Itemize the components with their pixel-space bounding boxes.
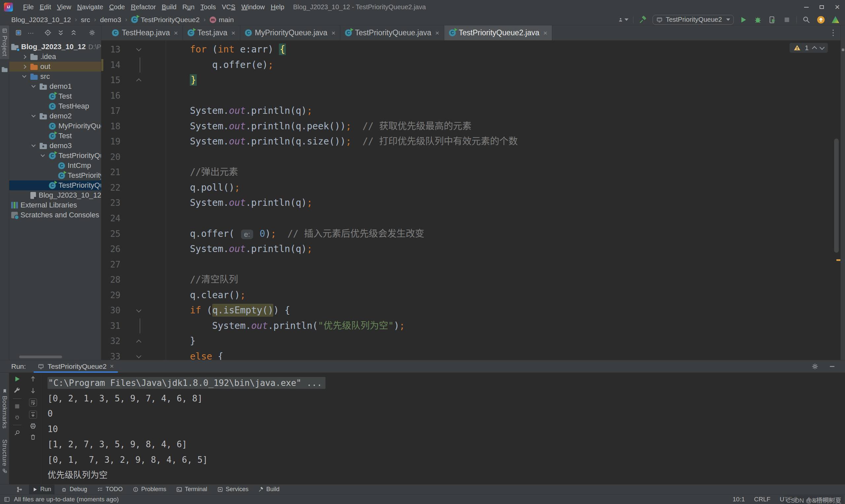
tool-window-button-problems[interactable]: Problems bbox=[129, 485, 170, 494]
code-line-16[interactable]: 16 bbox=[101, 88, 840, 104]
caret-position[interactable]: 10:1 bbox=[733, 496, 745, 503]
fold-marker-icon[interactable] bbox=[136, 353, 142, 359]
console-line[interactable]: "C:\Program Files\Java\jdk1.8.0_192\bin\… bbox=[48, 375, 845, 391]
tabs-overflow-icon[interactable]: ⋮ bbox=[829, 28, 837, 37]
tree-item-testpriorityqueue-ja[interactable]: CTestPriorityQueue.ja bbox=[9, 151, 101, 161]
stop-button[interactable] bbox=[782, 15, 792, 25]
code-with-me-icon[interactable] bbox=[830, 15, 840, 25]
code-line-30[interactable]: 30 if (q.isEmpty()) { bbox=[101, 303, 840, 318]
right-strip-icon[interactable] bbox=[842, 49, 844, 51]
code-line-29[interactable]: 29 q.clear(); bbox=[101, 288, 840, 303]
error-stripe-mark[interactable] bbox=[837, 259, 840, 261]
tree-item-test[interactable]: CTest bbox=[9, 91, 101, 101]
settings-gear-icon[interactable] bbox=[88, 29, 96, 36]
tree-chevron-icon[interactable] bbox=[30, 86, 37, 87]
soft-wrap-toggle[interactable] bbox=[29, 398, 37, 407]
console-line[interactable]: [0, 2, 1, 3, 5, 9, 7, 4, 6, 8] bbox=[48, 391, 845, 407]
tree-item-blog-j2023-10-12[interactable]: Blog_J2023_10_12D:\Projec bbox=[9, 42, 101, 52]
run-button[interactable] bbox=[738, 15, 748, 25]
menu-item-build[interactable]: Build bbox=[159, 0, 179, 14]
run-console-tab[interactable]: TestPriorityQueue2 × bbox=[34, 360, 118, 373]
code-editor[interactable]: 13 for (int e:arr) {14 q.offer(e);15 }16… bbox=[101, 40, 840, 360]
code-line-15[interactable]: 15 } bbox=[101, 73, 840, 88]
breadcrumb-item[interactable]: Blog_J2023_10_12 bbox=[11, 16, 71, 24]
menu-item-run[interactable]: Run bbox=[179, 0, 198, 14]
code-line-17[interactable]: 17 System.out.println(q); bbox=[101, 103, 840, 119]
console-line[interactable]: 优先级队列为空 bbox=[48, 467, 845, 483]
console-line[interactable]: [1, 2, 7, 3, 5, 9, 8, 4, 6] bbox=[48, 437, 845, 452]
code-line-33[interactable]: 33 else { bbox=[101, 349, 840, 360]
breadcrumb-item[interactable]: CTestPriorityQueue2 bbox=[131, 16, 200, 24]
tree-chevron-icon[interactable] bbox=[30, 145, 37, 146]
editor-tab-testheap-java[interactable]: CTestHeap.java× bbox=[107, 25, 183, 40]
tool-window-button-services[interactable]: Services bbox=[214, 485, 252, 494]
close-button[interactable]: × bbox=[829, 0, 845, 14]
tool-window-button-version-control[interactable]: Version Control bbox=[13, 485, 26, 494]
next-problem-icon[interactable] bbox=[820, 45, 825, 50]
project-view-selector[interactable] bbox=[15, 29, 22, 36]
close-icon[interactable]: × bbox=[543, 29, 547, 37]
tree-item--idea[interactable]: .idea bbox=[9, 52, 101, 62]
run-with-coverage-button[interactable] bbox=[768, 15, 777, 25]
tree-item-scratches-and-consoles[interactable]: Scratches and Consoles bbox=[9, 210, 101, 220]
breadcrumb-item[interactable]: mmain bbox=[210, 16, 234, 24]
settings-gear-icon[interactable] bbox=[811, 363, 818, 370]
tool-window-button-run[interactable]: Run bbox=[29, 485, 54, 494]
tree-chevron-icon[interactable] bbox=[20, 65, 28, 68]
code-line-25[interactable]: 25 q.offer( e: 0); // 插入元素后优先级会发生改变 bbox=[101, 226, 840, 242]
menu-item-view[interactable]: View bbox=[54, 0, 74, 14]
tree-item-out[interactable]: out bbox=[9, 62, 101, 72]
inspections-widget[interactable]: 1 bbox=[790, 43, 828, 53]
console-line[interactable]: 0 bbox=[48, 406, 845, 421]
menu-item-vcs[interactable]: VCS bbox=[219, 0, 238, 14]
minimize-button[interactable] bbox=[798, 0, 814, 14]
menu-item-help[interactable]: Help bbox=[268, 0, 287, 14]
tool-button-folder[interactable] bbox=[0, 64, 9, 75]
previous-problem-icon[interactable] bbox=[812, 46, 817, 52]
tool-button-project[interactable]: Project bbox=[0, 25, 9, 59]
tool-window-button-todo[interactable]: TODO bbox=[94, 485, 126, 494]
code-line-20[interactable]: 20 bbox=[101, 149, 840, 165]
up-stack-trace-icon[interactable] bbox=[29, 375, 37, 383]
console-line[interactable]: 10 bbox=[48, 421, 845, 437]
locate-file-button[interactable] bbox=[44, 29, 52, 36]
close-icon[interactable]: × bbox=[231, 29, 235, 37]
console-line[interactable]: [0, 1, 7, 3, 2, 9, 8, 4, 6, 5] bbox=[48, 452, 845, 468]
fold-marker-icon[interactable] bbox=[136, 339, 142, 345]
menu-item-edit[interactable]: Edit bbox=[37, 0, 54, 14]
restore-layout-icon[interactable] bbox=[14, 414, 20, 420]
edit-configuration-icon[interactable] bbox=[14, 387, 21, 394]
code-line-28[interactable]: 28 //清空队列 bbox=[101, 272, 840, 288]
code-line-14[interactable]: 14 q.offer(e); bbox=[101, 57, 840, 73]
tree-chevron-icon[interactable] bbox=[20, 76, 28, 77]
tree-item-demo3[interactable]: demo3 bbox=[9, 141, 101, 151]
tree-item-test[interactable]: CTest bbox=[9, 131, 101, 141]
maximize-button[interactable] bbox=[814, 0, 829, 14]
collapse-all-button[interactable] bbox=[70, 29, 77, 36]
fold-marker-icon[interactable] bbox=[136, 307, 142, 312]
toolwindow-toggle-icon[interactable] bbox=[4, 497, 10, 502]
menu-item-tools[interactable]: Tools bbox=[197, 0, 219, 14]
code-line-32[interactable]: 32 } bbox=[101, 334, 840, 349]
tool-button-bookmarks[interactable]: Bookmarks bbox=[0, 386, 9, 431]
down-stack-trace-icon[interactable] bbox=[29, 387, 37, 394]
build-project-button[interactable] bbox=[638, 15, 648, 25]
pin-tab-icon[interactable] bbox=[14, 430, 20, 436]
code-line-22[interactable]: 22 q.poll(); bbox=[101, 180, 840, 196]
close-icon[interactable]: × bbox=[435, 29, 439, 37]
tree-chevron-icon[interactable] bbox=[30, 115, 37, 117]
code-line-26[interactable]: 26 System.out.println(q); bbox=[101, 241, 840, 257]
update-button[interactable] bbox=[816, 15, 826, 25]
editor-tab-testpriorityqueue2-java[interactable]: CTestPriorityQueue2.java× bbox=[444, 25, 552, 40]
menu-item-file[interactable]: File bbox=[20, 0, 37, 14]
tool-button-structure[interactable]: Structure bbox=[0, 437, 9, 476]
horizontal-scrollbar[interactable] bbox=[19, 356, 62, 358]
rerun-button[interactable] bbox=[14, 375, 21, 383]
search-everywhere-button[interactable] bbox=[802, 15, 811, 25]
run-configuration-select[interactable]: TestPriorityQueue2 bbox=[653, 15, 734, 25]
code-line-31[interactable]: 31 System.out.println("优先级队列为空"); bbox=[101, 318, 840, 334]
menu-item-refactor[interactable]: Refactor bbox=[128, 0, 159, 14]
tree-item-blog-j2023-10-12-iml[interactable]: Blog_J2023_10_12.iml bbox=[9, 190, 101, 200]
fold-marker-icon[interactable] bbox=[136, 78, 142, 84]
breadcrumb-item[interactable]: demo3 bbox=[100, 16, 121, 24]
